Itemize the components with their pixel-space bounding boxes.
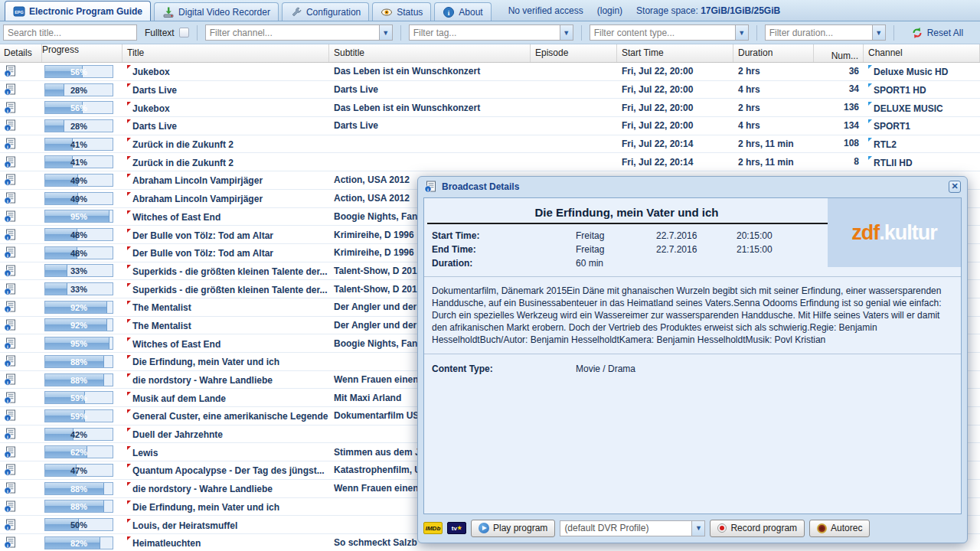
program-title: Die Erfindung, mein Vater und ich: [132, 357, 279, 367]
close-icon[interactable]: ✕: [949, 181, 961, 193]
details-icon[interactable]: i: [4, 138, 17, 150]
svg-text:i: i: [7, 307, 8, 312]
tv-icon[interactable]: tv★: [447, 522, 466, 534]
svg-text:i: i: [7, 452, 8, 457]
search-title-input[interactable]: [3, 24, 137, 41]
svg-text:i: i: [7, 180, 8, 185]
details-icon[interactable]: i: [4, 337, 17, 350]
table-row[interactable]: i 56% Jukebox Das Leben ist ein Wunschko…: [0, 63, 980, 81]
program-subtitle: Darts Live: [334, 120, 378, 131]
chevron-down-icon[interactable]: ▼: [872, 25, 885, 40]
column-header-episode[interactable]: Episode: [531, 44, 617, 62]
details-icon[interactable]: i: [4, 500, 17, 513]
details-icon[interactable]: i: [4, 246, 17, 259]
title-flag-icon: [127, 83, 131, 87]
program-subtitle: Boogie Nights, Fan: [334, 211, 417, 222]
filter-content-type-select[interactable]: Filter content type... ▼: [590, 24, 749, 41]
details-icon[interactable]: i: [4, 319, 17, 331]
table-row[interactable]: i 56% Jukebox Das Leben ist ein Wunschko…: [0, 99, 980, 117]
title-flag-icon: [127, 102, 131, 106]
progress-percent-label: 95%: [45, 210, 113, 223]
fulltext-checkbox[interactable]: [179, 28, 189, 37]
column-header-title[interactable]: Title: [122, 44, 329, 62]
tab-digital-video-recorder[interactable]: Digital Video Recorder: [154, 2, 279, 21]
filter-channel-select[interactable]: Filter channel... ▼: [205, 24, 393, 41]
program-subtitle: Das Leben ist ein Wunschkonzert: [334, 66, 480, 77]
column-header-duration[interactable]: Duration: [733, 44, 814, 62]
program-start-time: Fri, Jul 22, 20:14: [622, 157, 693, 168]
table-row[interactable]: i 41% Zurück in die Zukunft 2 Fri, Jul 2…: [0, 153, 980, 171]
imdb-icon[interactable]: IMDb: [423, 522, 443, 534]
details-icon[interactable]: i: [4, 446, 17, 458]
toolbar-separator: [581, 25, 582, 41]
program-subtitle: Wenn Frauen einen: [334, 483, 418, 494]
autorec-button[interactable]: Autorec: [809, 520, 870, 537]
details-icon[interactable]: i: [4, 65, 17, 77]
tab-label: Electronic Program Guide: [29, 6, 142, 17]
details-icon[interactable]: i: [4, 482, 17, 494]
details-icon: i: [424, 181, 437, 193]
details-icon[interactable]: i: [4, 464, 17, 476]
column-header-channel[interactable]: Channel: [864, 44, 980, 62]
details-icon[interactable]: i: [4, 373, 17, 386]
table-row[interactable]: i 41% Zurück in die Zukunft 2 Fri, Jul 2…: [0, 135, 980, 154]
details-icon[interactable]: i: [4, 210, 17, 223]
chevron-down-icon[interactable]: ▼: [691, 521, 704, 536]
details-icon[interactable]: i: [4, 519, 17, 531]
program-title: Abraham Lincoln Vampirjäger: [132, 194, 263, 204]
details-icon[interactable]: i: [4, 265, 17, 277]
table-row[interactable]: i 28% Darts Live Darts Live Fri, Jul 22,…: [0, 81, 980, 99]
details-icon[interactable]: i: [4, 83, 17, 96]
program-title: Witches of East End: [132, 212, 220, 223]
column-header-start-time[interactable]: Start Time: [617, 44, 733, 62]
svg-text:i: i: [7, 543, 8, 548]
column-header-progress[interactable]: Progress: [42, 44, 122, 62]
progress-bar: 41%: [44, 155, 113, 168]
progress-percent-label: 33%: [45, 265, 113, 277]
details-icon[interactable]: i: [4, 301, 17, 313]
details-icon[interactable]: i: [4, 174, 17, 186]
tab-label: Configuration: [306, 7, 361, 18]
dialog-titlebar[interactable]: i Broadcast Details ✕: [418, 177, 967, 197]
column-header-num[interactable]: Num...: [814, 44, 864, 62]
title-flag-icon: [127, 446, 131, 450]
details-icon[interactable]: i: [4, 102, 17, 114]
tab-configuration[interactable]: Configuration: [282, 2, 369, 21]
progress-percent-label: 41%: [45, 139, 113, 151]
details-icon[interactable]: i: [4, 119, 17, 132]
record-program-button[interactable]: Record program: [710, 520, 805, 537]
details-icon[interactable]: i: [4, 192, 17, 204]
chevron-down-icon[interactable]: ▼: [379, 25, 392, 40]
tab-about[interactable]: i About: [434, 2, 491, 21]
progress-percent-label: 62%: [45, 446, 113, 458]
program-subtitle: Krimireihe, D 1996: [334, 247, 414, 258]
column-header-subtitle[interactable]: Subtitle: [329, 44, 531, 62]
reset-all-button[interactable]: Reset All: [906, 25, 968, 41]
column-header-details[interactable]: Details: [0, 44, 42, 62]
chevron-down-icon[interactable]: ▼: [735, 25, 748, 40]
details-icon[interactable]: i: [4, 409, 17, 422]
details-icon[interactable]: i: [4, 156, 17, 168]
toolbar-separator: [197, 25, 198, 41]
filter-duration-select[interactable]: Filter duration... ▼: [765, 24, 886, 41]
tab-electronic-program-guide[interactable]: EPG Electronic Program Guide: [5, 1, 151, 21]
details-icon[interactable]: i: [4, 428, 17, 440]
svg-text:i: i: [7, 126, 8, 131]
play-program-button[interactable]: Play program: [471, 520, 555, 537]
details-icon[interactable]: i: [4, 283, 17, 295]
table-row[interactable]: i 28% Darts Live Darts Live Fri, Jul 22,…: [0, 117, 980, 135]
dvr-profile-select[interactable]: (default DVR Profile) ▼: [560, 520, 705, 536]
tab-status[interactable]: Status: [372, 2, 431, 21]
broadcast-description: Dokumentarfilm, Dänemark 2015Ein Däne mi…: [424, 283, 961, 347]
progress-bar: 59%: [44, 391, 113, 404]
progress-bar: 47%: [44, 464, 113, 477]
login-link[interactable]: (login): [597, 5, 622, 16]
progress-percent-label: 47%: [45, 465, 113, 477]
filter-tag-select[interactable]: Filter tag... ▼: [409, 24, 573, 41]
details-icon[interactable]: i: [4, 355, 17, 367]
progress-percent-label: 49%: [45, 193, 113, 205]
details-icon[interactable]: i: [4, 536, 17, 549]
chevron-down-icon[interactable]: ▼: [560, 25, 573, 40]
details-icon[interactable]: i: [4, 392, 17, 404]
details-icon[interactable]: i: [4, 229, 17, 241]
